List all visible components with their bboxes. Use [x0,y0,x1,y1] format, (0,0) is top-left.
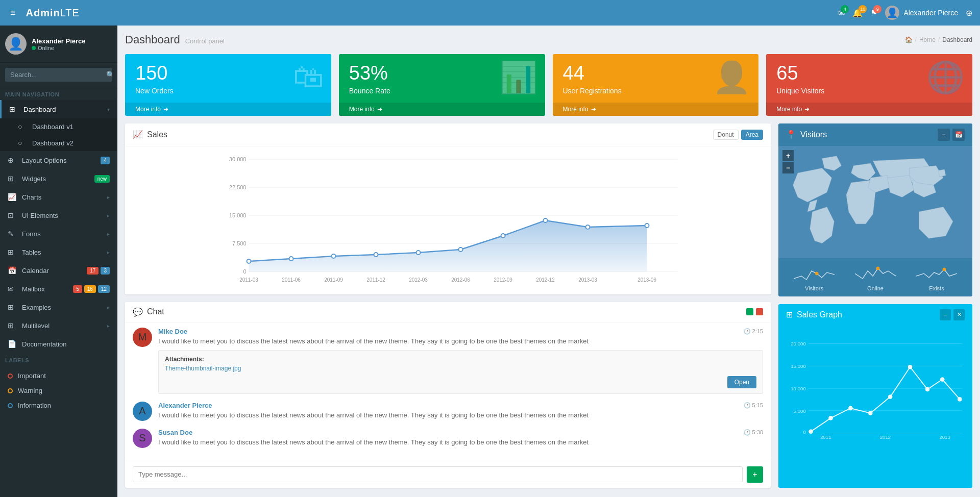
sales-chart-title: 📈 Sales [133,130,167,139]
sidebar-item-charts[interactable]: 📈 Charts ▸ [0,188,117,206]
sales-chart-panel: 📈 Sales Donut Area [125,123,771,294]
svg-text:15,000: 15,000 [791,363,806,369]
svg-text:2013-03: 2013-03 [578,277,597,283]
ui-icon: ⊡ [8,211,18,219]
sidebar-item-examples[interactable]: ⊞ Examples ▸ [0,298,117,316]
chart-title-icon: 📈 [133,130,143,139]
right-column: 📍 Visitors − 📅 + − [778,123,972,488]
svg-text:2011-03: 2011-03 [239,277,258,283]
sidebar-item-dashboard[interactable]: ⊞ Dashboard ▾ [0,100,117,118]
chat-red-btn[interactable] [756,308,763,315]
sidebar-item-calendar[interactable]: 📅 Calendar 17 3 [0,261,117,280]
alexander-time: 🕐 5:15 [744,402,763,409]
sidebar-toggle[interactable]: ≡ [8,5,18,21]
chat-message-mike: M Mike Doe 🕐 2:15 I would like to meet y… [133,328,763,394]
svg-text:0: 0 [243,268,246,275]
sales-graph-minimize-btn[interactable]: − [940,309,951,320]
online-stat-label: Online [867,285,884,291]
chat-send-btn[interactable]: + [747,466,763,483]
chat-icon: 💬 [133,307,143,317]
svg-point-46 [849,406,853,410]
chat-attachment: Attachments: Theme-thumbnail-image.jpg O… [158,350,763,394]
labels-label: LABELS [0,353,117,366]
stat-box-visitors: 65 Unique Visitors 🌐 More info ➜ [766,54,972,116]
visitors-panel: 📍 Visitors − 📅 + − [778,123,972,296]
sidebar-item-tables[interactable]: ⊞ Tables ▸ [0,243,117,261]
stat-boxes: 150 New Orders 🛍 More info ➜ 53% Bounce … [125,54,972,116]
sidebar-item-widgets[interactable]: ⊞ Widgets new [0,169,117,188]
svg-text:2012-03: 2012-03 [409,277,428,283]
chat-panel: 💬 Chat M [125,302,771,488]
sales-graph-header: ⊞ Sales Graph − ✕ [778,304,972,326]
sidebar-item-layout-options[interactable]: ⊕ Layout Options 4 [0,151,117,169]
bell-notifications[interactable]: 🔔 10 [852,8,863,18]
page-title: Dashboard [125,33,180,46]
sidebar-item-dashboard-v2[interactable]: ○ Dashboard v2 [18,135,117,151]
svg-text:2011-09: 2011-09 [324,277,343,283]
label-information[interactable]: Information [0,398,117,413]
search-button[interactable]: 🔍 [101,68,112,82]
visitors-mini-chart [794,263,835,284]
flag-badge: 9 [873,5,881,13]
visitors-stats: Visitors Online [778,258,972,296]
sales-graph-close-btn[interactable]: ✕ [953,309,965,320]
bounce-icon: 📊 [499,59,537,95]
home-icon: 🏠 [905,36,913,43]
svg-text:22,500: 22,500 [229,184,247,190]
bounce-footer[interactable]: More info ➜ [339,103,545,116]
tables-icon: ⊞ [8,248,18,256]
users-icon: 👤 [713,59,751,95]
orders-icon: 🛍 [293,59,324,94]
widgets-icon: ⊞ [8,175,18,183]
donut-tab[interactable]: Donut [713,130,739,140]
sidebar-item-documentation[interactable]: 📄 Documentation [0,335,117,353]
flag-notifications[interactable]: ⚑ 9 [870,8,877,18]
user-menu[interactable]: 👤 Alexander Pierce [885,6,958,20]
user-panel: 👤 Alexander Pierce Online [0,26,117,63]
sidebar-item-multilevel[interactable]: ⊞ Multilevel ▸ [0,316,117,335]
stat-box-users: 44 User Registrations 👤 More info ➜ [553,54,759,116]
breadcrumb: 🏠 / Home / Dashboard [905,36,972,43]
content-header: Dashboard Control panel 🏠 / Home / Dashb… [125,33,972,46]
mail-notifications[interactable]: ✉ 4 [838,8,845,18]
visitors-footer[interactable]: More info ➜ [766,103,972,116]
circle-icon: ○ [18,122,28,131]
svg-point-49 [908,365,912,369]
visitors-minimize-btn[interactable]: − [938,129,950,141]
sidebar-item-ui-elements[interactable]: ⊡ UI Elements ▸ [0,206,117,225]
area-tab[interactable]: Area [741,130,763,140]
attachment-label: Attachments: [165,356,756,363]
svg-point-32 [876,267,879,270]
label-important[interactable]: Important [0,368,117,383]
chat-message-susan: S Susan Doe 🕐 5:30 I would like to meet … [133,429,763,448]
sidebar-item-dashboard-v1[interactable]: ○ Dashboard v1 [18,118,117,135]
search-input[interactable] [5,68,101,82]
share-icon[interactable]: ⊕ [966,8,972,18]
svg-point-51 [940,377,944,381]
open-attachment-btn[interactable]: Open [727,376,756,388]
page-subtitle: Control panel [185,37,225,45]
label-dot-information [8,403,13,408]
sidebar-item-forms[interactable]: ✎ Forms ▸ [0,225,117,243]
mike-avatar: M [133,328,152,347]
visitors-calendar-btn[interactable]: 📅 [952,129,965,141]
exists-stat-label: Exists [929,285,944,291]
label-warning[interactable]: Warning [0,383,117,398]
sales-graph-svg: 20,000 15,000 10,000 5,000 0 [786,333,965,445]
sidebar-avatar: 👤 [5,33,27,55]
users-footer[interactable]: More info ➜ [553,103,759,116]
sidebar-item-mailbox[interactable]: ✉ Mailbox 5 16 12 [0,280,117,298]
sales-graph-title: ⊞ Sales Graph [786,310,842,319]
calendar-icon: 📅 [8,266,18,275]
svg-text:2011: 2011 [820,434,831,440]
chat-input[interactable] [133,466,743,482]
visitors-stat-visitors: Visitors [786,263,842,291]
chat-green-btn[interactable] [746,308,753,315]
label-dot-warning [8,388,13,393]
chat-messages: M Mike Doe 🕐 2:15 I would like to meet y… [125,322,771,461]
docs-icon: 📄 [8,340,18,348]
visitors-header: 📍 Visitors − 📅 [778,123,972,146]
orders-footer[interactable]: More info ➜ [125,103,331,116]
svg-point-44 [809,429,813,433]
svg-text:2012-06: 2012-06 [451,277,470,283]
